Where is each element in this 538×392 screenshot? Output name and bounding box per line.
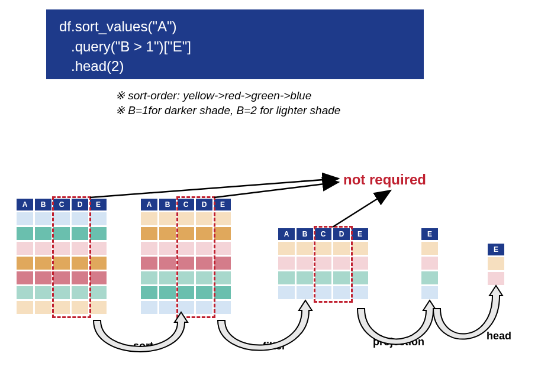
cell (17, 286, 33, 299)
table-row (17, 212, 107, 225)
cell (214, 257, 231, 270)
table-row (278, 257, 368, 270)
cell (214, 242, 231, 255)
table-row (278, 271, 368, 284)
op-head-label: head (487, 330, 511, 342)
table-row (17, 257, 107, 270)
cell (159, 227, 176, 240)
cell (297, 286, 313, 299)
cell (90, 257, 107, 270)
table-row (141, 271, 231, 284)
cell (72, 212, 88, 225)
cell (53, 301, 70, 314)
table-header-row: E (488, 244, 504, 255)
cell (352, 257, 368, 270)
arrow-t1-to-notreq (90, 179, 339, 197)
cell (352, 286, 368, 299)
col-header-c: C (178, 199, 194, 210)
cell (196, 212, 212, 225)
table-header-row: ABCDE (141, 199, 231, 210)
cell (178, 301, 194, 314)
col-header-a: A (278, 228, 295, 240)
cell (35, 257, 51, 270)
table-original: ABCDE (17, 199, 107, 314)
code-line-3: .head(2) (59, 56, 411, 76)
cell (53, 242, 70, 255)
cell (196, 257, 212, 270)
cell (421, 286, 438, 299)
table-row (17, 242, 107, 255)
cell (421, 242, 438, 255)
table-filtered: ABCDE (278, 228, 368, 299)
cell (53, 286, 70, 299)
table-row (141, 227, 231, 240)
cell (17, 271, 33, 284)
cell (72, 271, 88, 284)
cell (352, 271, 368, 284)
col-header-c: C (315, 228, 331, 240)
cell (141, 301, 157, 314)
cell (214, 227, 231, 240)
cell (53, 212, 70, 225)
cell (214, 301, 231, 314)
table-row (141, 301, 231, 314)
op-filter-label: filter (263, 340, 286, 352)
table-projected: E (421, 228, 438, 299)
cell (159, 242, 176, 255)
table-row (488, 272, 504, 285)
cell (141, 271, 157, 284)
op-projection-label: projection (373, 336, 424, 348)
cell (315, 286, 331, 299)
col-header-b: B (35, 199, 51, 210)
col-header-b: B (159, 199, 176, 210)
table-row (421, 286, 438, 299)
table-row (278, 242, 368, 255)
cell (315, 242, 331, 255)
notes: ※ sort-order: yellow->red->green->blue ※… (115, 89, 340, 118)
cell (90, 242, 107, 255)
cell (278, 242, 295, 255)
table-row (17, 301, 107, 314)
table-head: E (488, 244, 504, 285)
arrow-t2-to-notreq (214, 182, 339, 197)
col-header-e: E (90, 199, 107, 210)
cell (333, 271, 350, 284)
cell (90, 212, 107, 225)
arrow-t3-to-notreq (333, 190, 391, 227)
table-row (421, 242, 438, 255)
code-line-2: .query("B > 1")["E"] (59, 37, 411, 57)
cell (90, 271, 107, 284)
cell (178, 286, 194, 299)
cell (315, 257, 331, 270)
cell (178, 212, 194, 225)
cell (72, 286, 88, 299)
table-row (17, 227, 107, 240)
cell (17, 242, 33, 255)
col-header-a: A (17, 199, 33, 210)
cell (159, 271, 176, 284)
cell (141, 286, 157, 299)
table-row (278, 286, 368, 299)
cell (278, 286, 295, 299)
cell (141, 242, 157, 255)
cell (35, 227, 51, 240)
col-header-e: E (352, 228, 368, 240)
cell (196, 271, 212, 284)
col-header-e: E (488, 244, 504, 255)
col-header-b: B (297, 228, 313, 240)
cell (421, 257, 438, 270)
cell (159, 257, 176, 270)
cell (159, 301, 176, 314)
cell (141, 257, 157, 270)
cell (53, 271, 70, 284)
cell (72, 257, 88, 270)
col-header-d: D (72, 199, 88, 210)
cell (196, 227, 212, 240)
cell (141, 212, 157, 225)
cell (72, 301, 88, 314)
cell (35, 242, 51, 255)
cell (35, 286, 51, 299)
cell (159, 212, 176, 225)
cell (278, 271, 295, 284)
cell (196, 301, 212, 314)
